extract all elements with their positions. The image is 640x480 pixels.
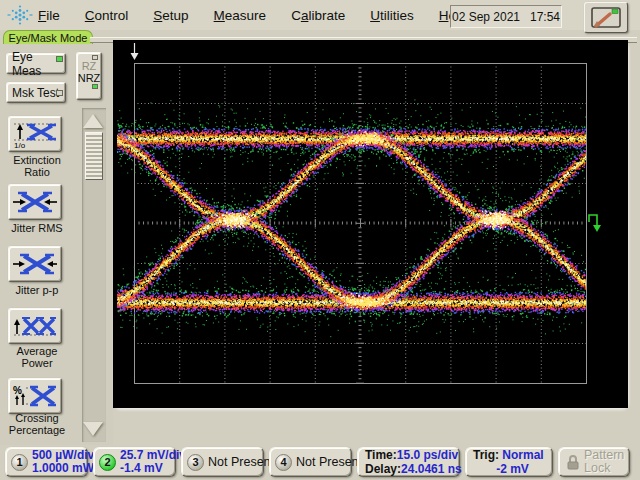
channel-2-button[interactable]: 2 25.7 mV/div -1.4 mV xyxy=(93,447,176,477)
touchscreen-toggle-button[interactable] xyxy=(584,2,628,33)
channel-4-button[interactable]: 4 Not Present xyxy=(269,447,352,477)
nrz-led xyxy=(92,84,98,89)
eye-meas-label: Eye Meas xyxy=(12,50,65,78)
menu-file[interactable]: File xyxy=(38,8,60,23)
svg-text:1/o: 1/o xyxy=(14,141,26,149)
msk-test-label: Msk Test xyxy=(12,86,59,100)
svg-text:%: % xyxy=(13,385,22,396)
eye-meas-led xyxy=(56,56,63,62)
delay-value: 24.0461 ns xyxy=(401,462,462,476)
sidebar-scrollbar[interactable] xyxy=(82,108,106,442)
menu-bar: FileControlSetupMeasureCalibrateUtilitie… xyxy=(0,0,640,30)
trigger-button[interactable]: Trig: Normal -2 mV xyxy=(465,447,553,477)
menu-items: FileControlSetupMeasureCalibrateUtilitie… xyxy=(38,0,466,30)
jitter-rms-button[interactable] xyxy=(8,184,62,220)
channel-4-badge: 4 xyxy=(275,454,292,471)
average-power-label: Average Power xyxy=(0,345,74,369)
delay-label: Delay: xyxy=(365,462,401,476)
crossing-percentage-icon: % xyxy=(12,383,58,409)
msk-test-button[interactable]: Msk Test xyxy=(6,82,66,103)
trig-level: -2 mV xyxy=(496,462,529,476)
channel-3-status: Not Present xyxy=(208,456,274,469)
msk-test-led xyxy=(56,90,63,96)
channel-2-offset: -1.4 mV xyxy=(120,462,186,475)
menu-control[interactable]: Control xyxy=(85,8,129,23)
scrollbar-thumb[interactable] xyxy=(85,132,103,180)
lock-icon xyxy=(566,454,580,470)
pattern-lock-button[interactable]: Pattern Lock xyxy=(558,447,630,477)
dca-oscilloscope-app: { "menu_bar": { "items": [ {"label": "Fi… xyxy=(0,0,640,480)
jitter-pp-label: Jitter p-p xyxy=(0,284,74,296)
mode-tab-label: Eye/Mask Mode xyxy=(9,32,88,44)
nrz-label: NRZ xyxy=(78,72,101,84)
waveform-display xyxy=(113,40,628,408)
menu-setup[interactable]: Setup xyxy=(153,8,188,23)
crossing-percentage-button[interactable]: % xyxy=(8,378,62,414)
channel-1-offset: 1.0000 mW xyxy=(32,462,94,475)
channel-1-button[interactable]: 1 500 µW/div 1.0000 mW xyxy=(5,447,88,477)
mode-tab[interactable]: Eye/Mask Mode xyxy=(3,30,93,45)
channel-3-button[interactable]: 3 Not Present xyxy=(181,447,264,477)
jitter-pp-button[interactable] xyxy=(8,246,62,282)
trig-mode: Normal xyxy=(502,448,543,462)
crossing-percentage-label: Crossing Percentage xyxy=(0,412,74,436)
average-power-icon xyxy=(12,313,58,339)
pattern-lock-line2: Lock xyxy=(584,462,624,475)
jitter-rms-label: Jitter RMS xyxy=(0,222,74,234)
time-value: 15.0 ps/div xyxy=(397,448,458,462)
extinction-ratio-label: Extinction Ratio xyxy=(0,154,74,178)
extinction-ratio-icon: 1/o xyxy=(12,119,58,149)
scrollbar-down-arrow[interactable] xyxy=(83,422,103,436)
time-label: Time: xyxy=(365,448,397,462)
channel-1-badge: 1 xyxy=(11,454,28,471)
eye-diagram-canvas xyxy=(113,40,628,408)
jitter-pp-icon xyxy=(12,251,58,277)
extinction-ratio-button[interactable]: 1/o xyxy=(8,116,62,152)
menu-calibrate[interactable]: Calibrate xyxy=(291,8,345,23)
average-power-button[interactable] xyxy=(8,308,62,344)
rz-label: RZ xyxy=(82,60,97,72)
timebase-button[interactable]: Time:15.0 ps/div Delay:24.0461 ns xyxy=(357,447,460,477)
status-bar: 1 500 µW/div 1.0000 mW 2 25.7 mV/div -1.… xyxy=(0,445,640,480)
trig-label: Trig: xyxy=(473,448,499,462)
menu-measure[interactable]: Measure xyxy=(214,8,267,23)
menu-utilities[interactable]: Utilities xyxy=(370,8,414,23)
channel-3-badge: 3 xyxy=(187,454,204,471)
channel-2-badge: 2 xyxy=(99,454,116,471)
datetime-display: 02 Sep 2021 17:54 xyxy=(450,5,562,28)
touchscreen-icon xyxy=(589,5,623,30)
eye-meas-button[interactable]: Eye Meas xyxy=(6,53,66,74)
jitter-rms-icon xyxy=(12,189,58,215)
scrollbar-up-arrow[interactable] xyxy=(83,114,103,128)
rz-nrz-toggle[interactable]: RZ NRZ xyxy=(76,52,102,100)
channel-4-status: Not Present xyxy=(296,456,362,469)
sidebar: Eye Meas Msk Test RZ NRZ 1/o Extinction … xyxy=(0,44,113,445)
agilent-spark-icon xyxy=(7,3,33,27)
